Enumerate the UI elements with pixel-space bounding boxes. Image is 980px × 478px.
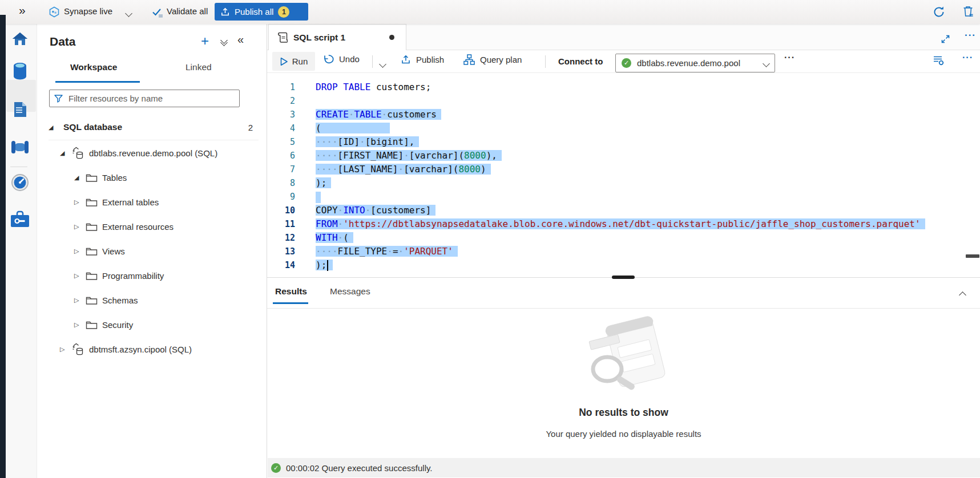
tree-item-security[interactable]: ▷Security — [37, 313, 267, 337]
tab-results[interactable]: Results — [275, 286, 307, 297]
tree-item-label: dbtlabs.revenue.demo.pool (SQL) — [89, 148, 217, 158]
data-icon — [13, 62, 27, 82]
active-tab-underline — [55, 81, 140, 83]
collapse-all-icon[interactable] — [221, 38, 227, 45]
expand-twisty-icon[interactable]: ▷ — [74, 272, 83, 279]
develop-icon — [13, 101, 27, 120]
expand-panel-icon[interactable]: » — [19, 3, 25, 17]
expand-twisty-icon[interactable]: ▷ — [74, 199, 83, 206]
code-row: 6····[FIRST_NAME]·[varchar](8000), — [267, 149, 980, 163]
mode-selector[interactable]: Synapse live — [64, 6, 112, 16]
toolbar-more-icon[interactable]: ··· — [784, 52, 795, 63]
splitter-drag-handle[interactable] — [612, 276, 635, 279]
selection-highlight: ( — [316, 123, 390, 133]
manage-icon — [10, 210, 30, 230]
publish-all-button[interactable]: Publish all 1 — [215, 3, 308, 21]
collapse-twisty-icon[interactable]: ◢ — [49, 124, 58, 131]
result-settings-icon[interactable] — [933, 55, 945, 68]
nav-integrate-button[interactable] — [7, 136, 33, 161]
collapse-twisty-icon[interactable]: ◢ — [60, 149, 69, 157]
nav-data-button[interactable] — [7, 59, 33, 84]
nav-monitor-button[interactable] — [7, 171, 33, 196]
code-area[interactable]: 1DROP TABLE customers;23CREATE·TABLE·cus… — [267, 73, 980, 277]
query-plan-button[interactable]: Query plan — [463, 54, 522, 65]
tab-linked[interactable]: Linked — [185, 62, 212, 72]
tree-root-sql-database[interactable]: ◢ SQL database 2 — [49, 119, 259, 136]
undo-label: Undo — [339, 54, 360, 64]
sql-script-icon — [277, 31, 288, 43]
nav-manage-button[interactable] — [7, 208, 33, 233]
tree-root-label: SQL database — [63, 122, 243, 132]
expand-twisty-icon[interactable]: ▷ — [74, 297, 83, 304]
code-line: WITH·( — [316, 231, 353, 245]
synapse-studio-window: » Synapse live Validate all Publish all … — [0, 0, 980, 478]
tab-workspace[interactable]: Workspace — [70, 62, 117, 72]
tree-item-external-tables[interactable]: ▷External tables — [37, 190, 267, 214]
run-options-chevron-icon[interactable] — [380, 59, 385, 69]
line-number: 6 — [267, 149, 295, 163]
folder-icon — [86, 320, 98, 330]
validate-all-button[interactable]: Validate all — [167, 6, 208, 16]
tab-messages[interactable]: Messages — [330, 286, 370, 297]
tree-item-label: Tables — [102, 173, 127, 183]
undo-button[interactable]: Undo — [323, 54, 360, 64]
code-line: ); — [316, 258, 333, 272]
run-button[interactable]: Run — [272, 52, 315, 71]
collapse-panel-icon[interactable]: « — [237, 33, 244, 46]
pool-icon — [71, 147, 84, 160]
selection-highlight: WITH·( — [316, 232, 353, 243]
tab-more-icon[interactable]: ··· — [965, 30, 976, 41]
text-cursor — [327, 260, 328, 271]
line-number: 14 — [267, 258, 295, 272]
trash-icon[interactable] — [962, 5, 974, 20]
expand-twisty-icon[interactable]: ▷ — [74, 223, 83, 230]
status-bar: ✓ 00:00:02 Query executed successfully. — [268, 458, 980, 477]
empty-results-title: No results to show — [267, 407, 980, 419]
publish-button[interactable]: Publish — [401, 54, 444, 64]
upload-icon — [220, 7, 230, 17]
code-row: 9 — [267, 190, 980, 204]
refresh-icon[interactable] — [932, 5, 946, 21]
tree-item-external-resources[interactable]: ▷External resources — [37, 214, 267, 239]
scrollbar-thumb[interactable] — [966, 254, 979, 258]
pool-dropdown[interactable]: ✓ dbtlabs.revenue.demo.pool — [615, 54, 775, 72]
code-row: 14); — [267, 258, 980, 272]
nav-develop-button[interactable] — [7, 98, 33, 123]
play-icon — [280, 57, 288, 66]
tab-sql-script-1[interactable]: SQL script 1 — [268, 24, 406, 50]
code-line: FROM·'https://dbtlabsynapsedatalake.blob… — [316, 217, 925, 231]
selection-highlight: CREATE·TABLE·customers — [316, 109, 441, 120]
status-message: 00:00:02 Query executed successfully. — [286, 463, 433, 473]
tree-item-schemas[interactable]: ▷Schemas — [37, 288, 267, 313]
tree-item-dbtmsft-azsyn-cipool-sql[interactable]: ▷dbtmsft.azsyn.cipool (SQL) — [37, 337, 267, 362]
code-row: 3CREATE·TABLE·customers — [267, 108, 980, 121]
tree-item-programmability[interactable]: ▷Programmability — [37, 264, 267, 288]
selection-highlight — [316, 192, 321, 203]
status-success-check-icon: ✓ — [271, 463, 281, 473]
tree-item-dbtlabs-revenue-demo-pool-sql[interactable]: ◢dbtlabs.revenue.demo.pool (SQL) — [37, 141, 267, 165]
integrate-icon — [11, 140, 29, 157]
nav-home-button[interactable] — [7, 27, 33, 52]
rail-divider — [10, 167, 27, 167]
add-resource-icon[interactable]: + — [201, 33, 209, 49]
expand-twisty-icon[interactable]: ▷ — [60, 346, 69, 353]
toolbar-separator — [545, 55, 546, 68]
mode-chevron-down-icon[interactable] — [126, 8, 131, 18]
expand-twisty-icon[interactable]: ▷ — [74, 248, 83, 255]
selection-highlight: ····FILE_TYPE·=·'PARQUET' — [316, 246, 458, 257]
validate-all-icon — [152, 7, 164, 20]
filter-icon — [54, 95, 63, 103]
query-plan-icon — [463, 54, 475, 65]
tree-item-tables[interactable]: ◢Tables — [37, 165, 267, 190]
folder-icon — [86, 197, 98, 207]
collapse-results-chevron-icon[interactable] — [960, 290, 965, 300]
line-number: 2 — [267, 94, 295, 108]
filter-input[interactable] — [67, 93, 235, 104]
toolbar-overflow-icon[interactable]: ··· — [962, 52, 973, 63]
expand-twisty-icon[interactable]: ▷ — [74, 321, 83, 329]
expand-editor-icon[interactable] — [941, 34, 950, 46]
collapse-twisty-icon[interactable]: ◢ — [74, 174, 83, 181]
home-icon — [11, 31, 29, 48]
tree-item-views[interactable]: ▷Views — [37, 239, 267, 264]
query-plan-label: Query plan — [480, 55, 522, 64]
